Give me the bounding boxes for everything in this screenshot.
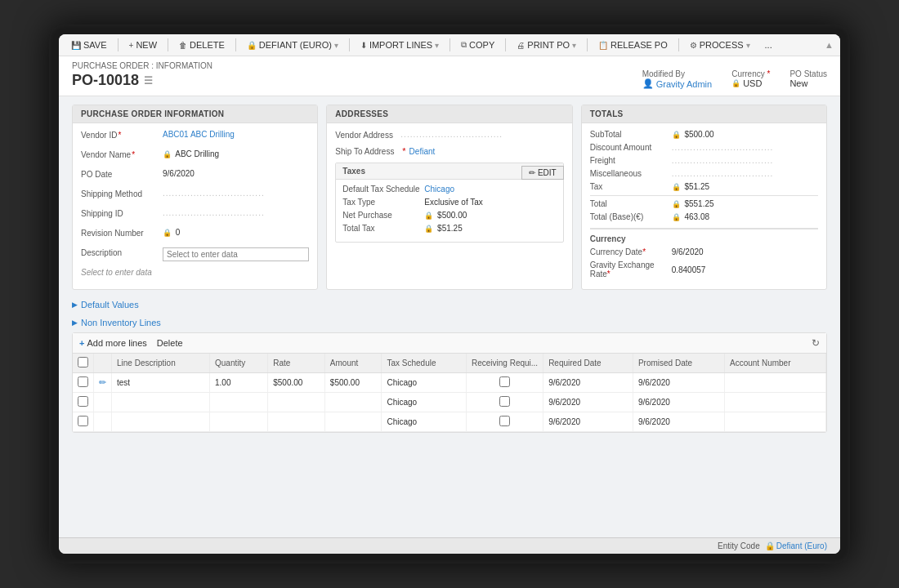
shipping-id-value[interactable]: ................................. — [163, 208, 309, 217]
separator — [450, 38, 450, 51]
process-icon: ⚙ — [690, 41, 697, 50]
entity-code-label: Entity Code — [718, 541, 760, 550]
freight-label: Freight — [590, 156, 672, 165]
lock-icon: 🔒 — [163, 150, 172, 158]
revision-number-row: Revision Number 🔒 0 — [81, 228, 309, 243]
row-checkbox-cell — [73, 373, 94, 393]
panel-body: Vendor ID* ABC01 ABC Drilling Vendor Nam… — [73, 123, 317, 283]
vendor-name-label: Vendor Name* — [81, 149, 163, 159]
th-quantity: Quantity — [210, 354, 268, 373]
header-left: PURCHASE ORDER : INFORMATION PO-10018 ☰ — [72, 61, 642, 89]
separator — [678, 38, 679, 51]
row-checkbox[interactable] — [78, 376, 88, 387]
ship-to-value[interactable]: Defiant — [409, 147, 436, 156]
net-purchase-label: Net Purchase — [342, 211, 424, 220]
ship-to-row: Ship To Address * Defiant — [335, 146, 563, 156]
separator — [505, 38, 506, 51]
row-edit-icon[interactable]: ✏ — [99, 377, 106, 387]
totals-panel-body: SubTotal 🔒 $500.00 Discount Amount .....… — [582, 123, 826, 289]
net-purchase-row: Net Purchase 🔒 $500.00 — [342, 211, 556, 220]
refresh-button[interactable]: ↻ — [812, 337, 820, 349]
import-lines-button[interactable]: ⬇ IMPORT LINES ▾ — [355, 38, 445, 52]
defiant-euro-button[interactable]: 🔒 DEFIANT (EURO) ▾ — [241, 38, 344, 52]
row-checkbox[interactable] — [78, 416, 88, 426]
non-inventory-lines-header[interactable]: ▶ Non Inventory Lines — [72, 316, 827, 329]
menu-icon[interactable]: ☰ — [144, 75, 153, 87]
shipping-id-label: Shipping ID — [81, 208, 163, 218]
row-required-date: 9/6/2020 — [543, 373, 633, 393]
row-receiving-required — [466, 412, 543, 432]
tax-schedule-value[interactable]: Chicago — [424, 185, 454, 194]
vendor-name-row: Vendor Name* 🔒 ABC Drilling — [81, 149, 309, 164]
po-status-field: PO Status New — [789, 69, 827, 88]
row-tax-schedule: Chicago — [382, 393, 466, 412]
row-tax-schedule: Chicago — [382, 412, 466, 432]
vendor-id-label: Vendor ID* — [81, 130, 163, 140]
receiving-required-checkbox[interactable] — [499, 416, 510, 426]
new-button[interactable]: + NEW — [123, 38, 163, 52]
total-base-label: Total (Base)(€) — [590, 212, 672, 221]
exchange-rate-label: Gravity Exchange Rate* — [590, 261, 672, 278]
currency-date-label: Currency Date* — [590, 247, 672, 256]
more-button[interactable]: ... — [759, 38, 778, 52]
print-po-button[interactable]: 🖨 PRINT PO ▾ — [511, 38, 582, 52]
subtotal-row: SubTotal 🔒 $500.00 — [590, 130, 818, 139]
vendor-address-row: Vendor Address .........................… — [335, 130, 563, 140]
th-required-date: Required Date — [543, 354, 633, 373]
th-checkbox — [73, 354, 94, 373]
receiving-required-checkbox[interactable] — [499, 396, 510, 407]
row-promised-date: 9/6/2020 — [633, 393, 724, 412]
vendor-id-value[interactable]: ABC01 ABC Drilling — [163, 130, 309, 139]
description-input[interactable] — [163, 247, 309, 261]
separator — [118, 38, 119, 51]
tax-row: Tax 🔒 $51.25 — [590, 182, 818, 191]
default-tax-schedule-row: Default Tax Schedule Chicago — [342, 185, 556, 194]
vendor-address-value[interactable]: ................................. — [400, 130, 563, 139]
lock-icon: 🔒 — [731, 79, 740, 87]
row-rate: $500.00 — [268, 373, 325, 393]
row-line-description: test — [112, 373, 210, 393]
po-date-row: PO Date 9/6/2020 — [81, 169, 309, 184]
entity-code-row: Entity Code 🔒 Defiant (Euro) — [718, 541, 827, 550]
total-base-value: 🔒 463.08 — [672, 212, 709, 221]
lock-icon: 🔒 — [672, 183, 681, 191]
panel-header: PURCHASE ORDER INFORMATION — [73, 105, 317, 123]
toolbar: 💾 SAVE + NEW 🗑 DELETE 🔒 DEFIANT (EURO) ▾ — [59, 34, 840, 56]
plus-icon: + — [79, 338, 84, 348]
dropdown-arrow: ▾ — [435, 41, 439, 50]
process-button[interactable]: ⚙ PROCESS ▾ — [684, 38, 756, 52]
shipping-method-value[interactable]: ................................. — [163, 189, 309, 198]
save-button[interactable]: 💾 SAVE — [65, 38, 113, 52]
row-account-number — [725, 373, 826, 393]
chevron-right-icon: ▶ — [72, 318, 78, 327]
add-more-lines-button[interactable]: + Add more lines — [79, 338, 147, 348]
default-values-section: ▶ Default Values — [72, 298, 827, 311]
tax-value: 🔒 $51.25 — [672, 182, 709, 191]
po-date-label: PO Date — [81, 169, 163, 179]
page-title: PO-10018 ☰ — [72, 72, 642, 89]
dropdown-arrow: ▾ — [572, 41, 576, 50]
delete-button[interactable]: 🗑 DELETE — [173, 38, 230, 52]
table-row: Chicago 9/6/2020 9/6/2020 — [73, 393, 826, 412]
copy-button[interactable]: ⧉ COPY — [455, 38, 500, 52]
miscellaneous-value: ................................. — [672, 169, 774, 178]
lines-section: + Add more lines Delete ↻ — [72, 332, 827, 433]
discount-row: Discount Amount ........................… — [590, 143, 818, 152]
vendor-address-label: Vendor Address — [335, 130, 400, 140]
row-amount — [324, 412, 382, 432]
subtotal-label: SubTotal — [590, 130, 672, 139]
dropdown-arrow: ▾ — [746, 41, 750, 50]
default-values-header[interactable]: ▶ Default Values — [72, 298, 827, 311]
lock-icon: 🔒 — [424, 225, 433, 233]
delete-lines-button[interactable]: Delete — [157, 338, 183, 348]
non-inventory-lines-section: ▶ Non Inventory Lines + Add more lines D… — [72, 316, 827, 433]
release-po-button[interactable]: 📋 RELEASE PO — [593, 38, 673, 52]
edit-button[interactable]: ✏ EDIT — [521, 166, 564, 180]
row-quantity — [210, 393, 268, 412]
separator — [235, 38, 236, 51]
row-checkbox[interactable] — [78, 396, 88, 407]
required-marker: * — [402, 146, 405, 156]
receiving-required-checkbox[interactable] — [499, 376, 510, 387]
addresses-panel: ADDRESSES Vendor Address ...............… — [326, 105, 572, 290]
select-all-checkbox[interactable] — [78, 357, 88, 368]
